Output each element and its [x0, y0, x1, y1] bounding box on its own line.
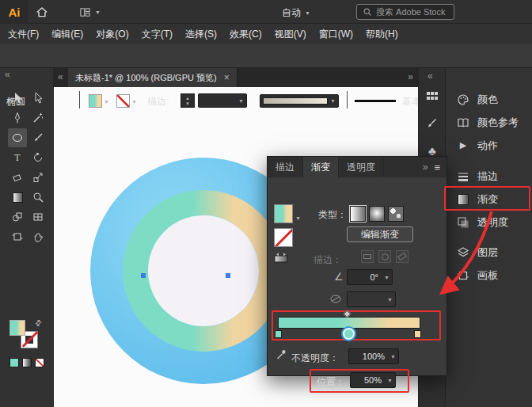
opacity-value: 100%	[349, 352, 388, 361]
document-tabbar: « 未标题-1* @ 100% (RGB/GPU 预览) × »	[54, 68, 418, 87]
gradient-slider[interactable]	[278, 317, 420, 329]
width-profile-preview	[263, 97, 328, 105]
anchor-point[interactable]	[226, 273, 230, 278]
tab-transparency[interactable]: 透明度	[339, 157, 384, 177]
tool-paintbrush[interactable]	[28, 128, 48, 147]
scroll-tabs-left-icon[interactable]: «	[58, 72, 63, 82]
tool-eraser[interactable]	[8, 168, 27, 187]
tool-rotate[interactable]	[28, 148, 48, 167]
tool-scale[interactable]	[28, 168, 48, 187]
menu-window[interactable]: 窗口(W)	[319, 28, 353, 41]
tab-gradient[interactable]: 渐变	[303, 157, 339, 177]
collapse-panel-icon[interactable]: »	[423, 162, 428, 172]
panel-item-label: 图层	[477, 245, 498, 260]
search-input[interactable]: 搜索 Adobe Stock	[356, 4, 454, 20]
menu-select[interactable]: 选择(S)	[185, 28, 217, 41]
eyedropper-icon[interactable]	[276, 348, 287, 360]
menu-effect[interactable]: 效果(C)	[230, 28, 262, 41]
scroll-tabs-right-icon[interactable]: »	[408, 72, 413, 82]
fill-color-button[interactable]	[10, 358, 19, 367]
position-select[interactable]: 50% ▼	[350, 372, 396, 388]
gradient-stop-start[interactable]	[275, 330, 282, 338]
stroke-weight-select[interactable]: ▼	[198, 93, 247, 108]
gradient-stop-end[interactable]	[414, 330, 421, 338]
panel-item-label: 颜色	[477, 93, 498, 107]
stroke-color-swatch[interactable]	[116, 94, 130, 108]
expand-dock-icon[interactable]: «	[428, 71, 433, 81]
panel-menu-icon[interactable]: ≡	[434, 162, 440, 173]
swap-fill-stroke-icon[interactable]: ⇄	[32, 318, 44, 329]
gradient-panel-body: ▼ 类型： 编辑渐变 描边： ∠ 0° ▼ ▼	[268, 177, 446, 377]
tool-ellipse[interactable]	[8, 128, 27, 147]
tool-artboard[interactable]	[8, 227, 27, 246]
transparency-icon	[456, 216, 470, 229]
caret-down-icon[interactable]: ▼	[295, 215, 301, 221]
fill-none-button[interactable]	[35, 358, 44, 367]
panel-item-actions[interactable]: ▶ 动作	[446, 134, 532, 157]
tool-zoom[interactable]	[28, 188, 48, 207]
swatches-panel-icon[interactable]	[424, 89, 440, 105]
linear-gradient-button[interactable]	[350, 206, 366, 222]
tab-stroke[interactable]: 描边	[268, 157, 303, 177]
angle-select[interactable]: 0° ▼	[347, 269, 393, 285]
brushes-panel-icon[interactable]	[424, 116, 440, 131]
panel-item-label: 颜色参考	[477, 116, 519, 130]
width-profile-select[interactable]: ▼	[260, 94, 339, 108]
tool-magic-wand[interactable]	[28, 108, 48, 127]
tool-shape-builder[interactable]	[8, 207, 27, 226]
tool-direct-selection[interactable]	[28, 89, 48, 108]
panel-item-color-guide[interactable]: 颜色参考	[446, 111, 532, 134]
menu-edit[interactable]: 编辑(E)	[51, 28, 83, 41]
caret-down-icon[interactable]: ▼	[131, 99, 137, 105]
anchor-point[interactable]	[141, 273, 146, 278]
panel-item-transparency[interactable]: 透明度	[446, 211, 532, 234]
stroke-within-button	[361, 250, 374, 263]
caret-down-icon: ▼	[305, 10, 310, 16]
panel-item-color[interactable]: 颜色	[446, 88, 532, 111]
panel-item-layers[interactable]: 图层	[446, 241, 532, 264]
position-label: 位置：	[317, 375, 345, 389]
fill-color-swatch[interactable]	[89, 94, 102, 108]
search-placeholder: 搜索 Adobe Stock	[376, 6, 445, 18]
gradient-icon	[456, 194, 470, 205]
layers-icon	[456, 246, 470, 259]
stroke-weight-stepper[interactable]: ▲▼	[180, 93, 195, 108]
close-tab-icon[interactable]: ×	[224, 72, 230, 83]
tool-hand[interactable]	[28, 227, 48, 246]
home-icon[interactable]	[35, 5, 49, 19]
color-guide-icon	[456, 116, 470, 129]
caret-down-icon: ▼	[388, 354, 398, 359]
menu-file[interactable]: 文件(F)	[8, 28, 39, 41]
panel-item-artboards[interactable]: 画板	[446, 264, 532, 287]
tool-type[interactable]: T	[8, 148, 27, 167]
fill-indicator-swatch[interactable]	[10, 320, 25, 336]
menu-help[interactable]: 帮助(H)	[366, 28, 398, 41]
collapse-tools-icon[interactable]: «	[5, 70, 10, 79]
opacity-select[interactable]: 100% ▼	[348, 348, 399, 364]
document-tab[interactable]: 未标题-1* @ 100% (RGB/GPU 预览) ×	[68, 68, 238, 87]
tool-mesh[interactable]	[28, 207, 48, 226]
control-bar: 椭圆 ▼ ▼ 描边: ▲▼ ▼ ▼ 基本 ▼ ≡	[0, 44, 532, 68]
caret-down-icon: ▼	[236, 98, 246, 104]
fill-gradient-button[interactable]	[22, 358, 32, 367]
stroke-none-swatch[interactable]	[274, 228, 293, 247]
tool-pen[interactable]	[8, 108, 27, 127]
tool-gradient[interactable]	[8, 188, 27, 207]
workspace-switcher[interactable]: 自动 ▼	[282, 6, 310, 20]
gradient-preview-swatch[interactable]	[274, 204, 293, 223]
panel-item-gradient[interactable]: 渐变	[446, 188, 532, 211]
stroke-across-button	[396, 250, 408, 263]
gradient-stop-selected[interactable]	[343, 328, 355, 340]
gradient-square-icon	[13, 192, 23, 203]
arrange-documents-button[interactable]: ▼	[79, 6, 101, 18]
menu-type[interactable]: 文字(T)	[142, 28, 173, 41]
radial-gradient-button[interactable]	[369, 206, 385, 222]
caret-down-icon[interactable]: ▼	[104, 99, 109, 105]
panel-item-stroke[interactable]: 描边	[446, 165, 532, 188]
reverse-gradient-icon[interactable]	[274, 252, 288, 263]
edit-gradient-button[interactable]: 编辑渐变	[347, 226, 413, 242]
menu-object[interactable]: 对象(O)	[96, 28, 128, 41]
workspace-label: 自动	[282, 6, 301, 20]
menu-view[interactable]: 视图(V)	[275, 28, 306, 41]
freeform-gradient-button[interactable]	[388, 206, 404, 222]
